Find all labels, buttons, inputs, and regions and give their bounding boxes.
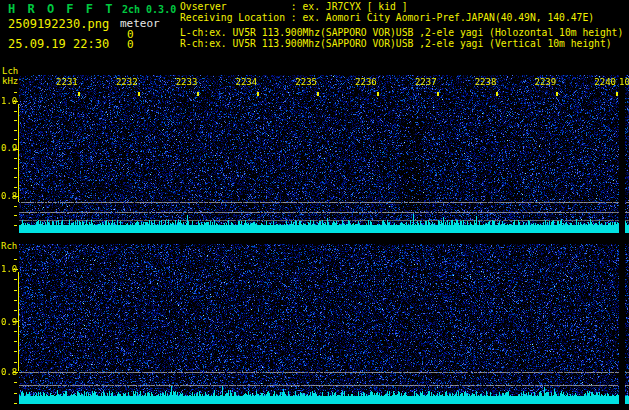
lch-receiver-info: L-ch:ex. UV5R 113.900Mhz(SAPPORO VOR)USB… <box>180 28 623 38</box>
lch-spectrogram <box>19 75 629 233</box>
meteor-count-rch: 0 <box>127 38 134 51</box>
minor-frequency-tick <box>14 215 17 216</box>
minor-frequency-tick <box>14 403 17 404</box>
minor-frequency-tick <box>14 130 17 131</box>
minor-frequency-tick <box>14 206 17 207</box>
minor-frequency-tick <box>14 331 17 332</box>
minute-tick <box>496 92 498 96</box>
app-title: H R O F F T <box>8 2 115 16</box>
minute-tick <box>257 92 259 96</box>
lch-panel-label: Lch <box>2 66 18 76</box>
minor-frequency-tick <box>14 279 17 280</box>
time-label: 2232 <box>115 77 138 87</box>
frequency-label: 0.9 <box>1 317 17 327</box>
rch-spectrogram <box>19 244 629 404</box>
minute-tick <box>197 92 199 96</box>
time-label: 2233 <box>174 77 197 87</box>
major-frequency-tick <box>13 149 18 150</box>
rch-receiver-info: R-ch:ex. UV5R 113.900Mhz(SAPPORO VOR)USB… <box>180 39 612 49</box>
timestamp: 25.09.19 22:30 <box>8 37 109 51</box>
time-label: 2231 <box>55 77 78 87</box>
minute-tick <box>437 92 439 96</box>
major-frequency-tick <box>13 269 18 270</box>
output-filename: 2509192230.png <box>8 17 109 31</box>
minor-frequency-tick <box>14 139 17 140</box>
minor-frequency-tick <box>14 341 17 342</box>
minute-tick <box>556 92 558 96</box>
minute-tick <box>78 92 80 96</box>
minor-frequency-tick <box>14 177 17 178</box>
minor-frequency-tick <box>14 259 17 260</box>
time-label: 2236 <box>354 77 377 87</box>
time-label: 2234 <box>234 77 257 87</box>
minor-frequency-tick <box>14 362 17 363</box>
minor-frequency-tick <box>14 290 17 291</box>
minor-frequency-tick <box>14 187 17 188</box>
major-frequency-tick <box>13 321 18 322</box>
minor-frequency-tick <box>14 120 17 121</box>
minute-tick <box>317 92 319 96</box>
lch-unit-label: kHz <box>2 76 18 86</box>
hrofft-screen: H R O F F T 2ch 0.3.0 2509192230.png met… <box>0 0 629 410</box>
time-label: 2235 <box>294 77 317 87</box>
minor-frequency-tick <box>14 393 17 394</box>
time-label: 2240 <box>593 77 616 87</box>
observer-info: Ovserver : ex. JR7CYX [ kid ] <box>180 2 407 12</box>
rch-panel-label: Rch <box>1 241 17 251</box>
minor-frequency-tick <box>14 310 17 311</box>
minor-frequency-tick <box>14 158 17 159</box>
minor-frequency-tick <box>14 225 17 226</box>
minor-frequency-tick <box>14 300 17 301</box>
minor-frequency-tick <box>14 168 17 169</box>
time-label: 2238 <box>473 77 496 87</box>
minute-tick <box>377 92 379 96</box>
meteor-counter-label: meteor <box>120 17 160 30</box>
app-version: 2ch 0.3.0 <box>122 4 176 15</box>
rch-frequency-axis <box>18 272 19 371</box>
lch-frequency-axis <box>18 104 19 202</box>
minor-frequency-tick <box>14 351 17 352</box>
major-frequency-tick <box>13 101 18 102</box>
receiving-location-info: Receiving Location : ex. Aomori City Aom… <box>180 13 594 23</box>
time-label: 2239 <box>533 77 556 87</box>
minor-frequency-tick <box>14 111 17 112</box>
major-frequency-tick <box>13 372 18 373</box>
minor-frequency-tick <box>14 382 17 383</box>
minute-tick <box>616 92 618 96</box>
minute-tick <box>138 92 140 96</box>
clipped-time-label: 10 <box>619 77 629 87</box>
minor-frequency-tick <box>14 92 17 93</box>
time-label: 2237 <box>414 77 437 87</box>
major-frequency-tick <box>13 196 18 197</box>
